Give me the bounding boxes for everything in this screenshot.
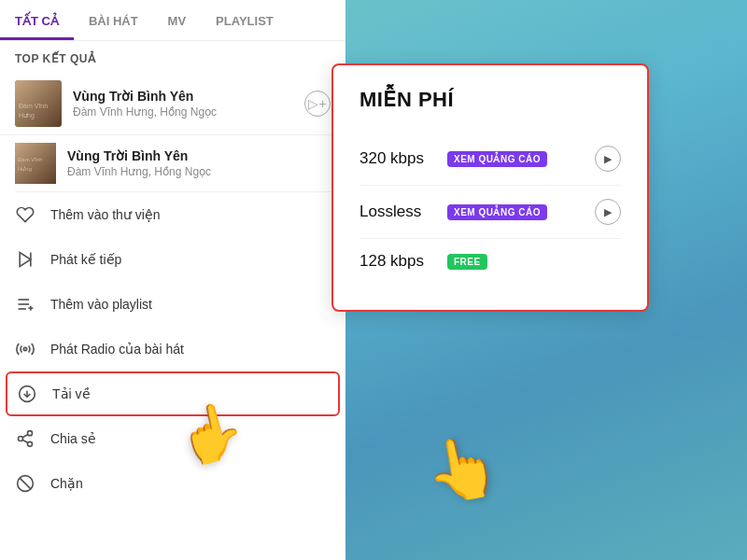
tabs-bar: TẤT CẢ BÀI HÁT MV PLAYLIST	[0, 0, 345, 41]
play-button-320[interactable]: ▶	[595, 146, 621, 172]
download-popup: MIỄN PHÍ 320 kbps XEM QUẢNG CÁO ▶ Lossle…	[331, 63, 649, 312]
section-top-results: TOP KẾT QUẢ	[0, 41, 345, 73]
add-to-queue-button[interactable]: ▷+	[304, 91, 331, 117]
svg-line-24	[20, 478, 31, 489]
svg-marker-8	[20, 253, 31, 267]
menu-item-library[interactable]: Thêm vào thư viện	[0, 192, 345, 237]
play-icon-320: ▶	[604, 153, 612, 165]
quality-row-lossless[interactable]: Lossless XEM QUẢNG CÁO ▶	[359, 186, 621, 239]
next-icon	[15, 249, 35, 270]
play-icon-lossless: ▶	[604, 206, 612, 218]
heart-icon	[15, 204, 35, 225]
add-icon: ▷+	[308, 96, 326, 111]
menu-label-share: Chia sẻ	[50, 431, 96, 446]
menu-label-next: Phát kế tiếp	[50, 252, 121, 267]
play-button-lossless[interactable]: ▶	[595, 199, 621, 225]
popup-title: MIỄN PHÍ	[359, 88, 621, 112]
svg-text:Đàm Vĩnh: Đàm Vĩnh	[18, 157, 43, 162]
svg-rect-5	[15, 143, 56, 184]
badge-ad-lossless: XEM QUẢNG CÁO	[447, 204, 547, 220]
menu-song-info: Vùng Trời Bình Yên Đàm Vĩnh Hưng, Hồng N…	[67, 148, 331, 178]
top-song-thumb: Đàm Vĩnh Hưng	[15, 80, 62, 127]
menu-item-next[interactable]: Phát kế tiếp	[0, 237, 345, 282]
menu-song-title: Vùng Trời Bình Yên	[67, 148, 331, 163]
menu-label-download: Tải về	[52, 386, 91, 401]
quality-row-128[interactable]: 128 kbps FREE	[359, 239, 621, 284]
thumb-art: Đàm Vĩnh Hưng	[15, 80, 62, 127]
top-song-title: Vùng Trời Bình Yên	[73, 89, 293, 104]
menu-song-artist: Đàm Vĩnh Hưng, Hồng Ngọc	[67, 165, 331, 178]
menu-item-radio[interactable]: Phát Radio của bài hát	[0, 327, 345, 371]
menu-label-library: Thêm vào thư viện	[50, 207, 161, 222]
playlist-add-icon	[15, 294, 35, 315]
share-icon	[15, 428, 35, 449]
svg-line-22	[22, 434, 28, 437]
menu-label-block: Chặn	[50, 476, 83, 491]
tab-mv[interactable]: MV	[153, 5, 202, 40]
tab-playlist[interactable]: PLAYLIST	[201, 5, 289, 40]
tab-bai-hat[interactable]: BÀI HÁT	[74, 5, 153, 40]
hand-pointer-bottom: 👆	[419, 428, 505, 511]
svg-text:Hưng: Hưng	[19, 112, 35, 119]
svg-line-21	[22, 440, 28, 442]
svg-point-19	[19, 437, 23, 441]
main-panel: TẤT CẢ BÀI HÁT MV PLAYLIST TOP KẾT QUẢ Đ…	[0, 0, 345, 560]
radio-icon	[15, 339, 35, 359]
svg-text:Đàm Vĩnh: Đàm Vĩnh	[19, 103, 48, 109]
quality-label-320: 320 kbps	[359, 149, 434, 168]
svg-point-15	[23, 347, 26, 350]
svg-text:Hưng: Hưng	[18, 166, 32, 172]
menu-song-row: Đàm Vĩnh Hưng Vùng Trời Bình Yên Đàm Vĩn…	[0, 135, 345, 191]
menu-label-radio: Phát Radio của bài hát	[50, 342, 184, 357]
top-song-artist: Đàm Vĩnh Hưng, Hồng Ngọc	[73, 105, 293, 119]
quality-label-lossless: Lossless	[359, 203, 434, 221]
menu-label-playlist: Thêm vào playlist	[50, 297, 152, 312]
quality-label-128: 128 kbps	[359, 252, 434, 271]
badge-free-128: FREE	[447, 254, 487, 270]
badge-ad-320: XEM QUẢNG CÁO	[447, 151, 547, 167]
svg-point-20	[28, 441, 33, 446]
download-icon	[17, 384, 37, 404]
menu-item-playlist[interactable]: Thêm vào playlist	[0, 282, 345, 327]
block-icon	[15, 473, 35, 494]
menu-item-block[interactable]: Chặn	[0, 461, 345, 506]
svg-point-18	[28, 431, 33, 436]
top-result-row: Đàm Vĩnh Hưng Vùng Trời Bình Yên Đàm Vĩn…	[0, 73, 345, 135]
tab-tat-ca[interactable]: TẤT CẢ	[0, 5, 74, 40]
top-song-info: Vùng Trời Bình Yên Đàm Vĩnh Hưng, Hồng N…	[73, 89, 293, 119]
menu-song-thumb: Đàm Vĩnh Hưng	[15, 143, 56, 184]
quality-row-320[interactable]: 320 kbps XEM QUẢNG CÁO ▶	[359, 133, 621, 186]
